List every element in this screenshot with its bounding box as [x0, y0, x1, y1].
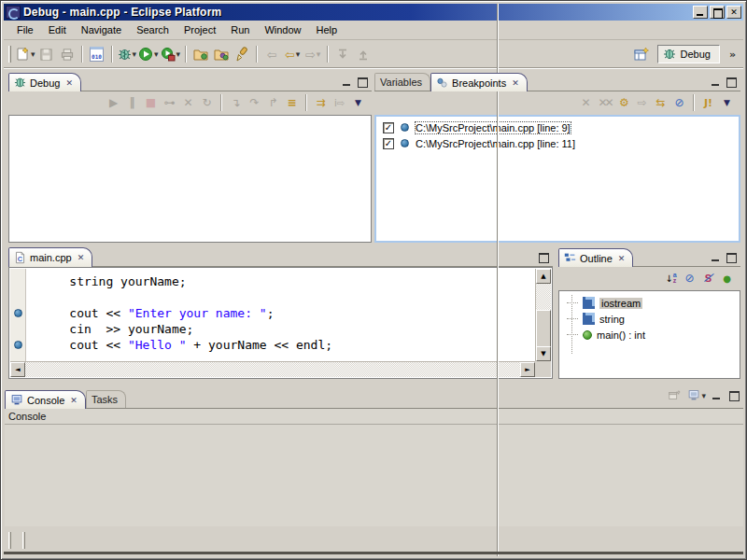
- breakpoint-row[interactable]: ✓C:\MySrcProject\main.cpp [line: 9]: [376, 119, 739, 135]
- code-line[interactable]: cin >> yourName;: [40, 321, 535, 337]
- use-step-filters-button[interactable]: ⇉: [312, 94, 330, 112]
- remove-all-breakpoints-button[interactable]: ✕✕: [596, 94, 613, 112]
- console-maximize-button[interactable]: [727, 390, 740, 400]
- outline-item[interactable]: string: [559, 311, 740, 327]
- breakpoints-view-menu-icon[interactable]: ▼: [718, 94, 736, 112]
- new-wizard-dropdown[interactable]: ▾: [31, 49, 35, 59]
- hide-non-public-button[interactable]: ●: [718, 270, 736, 287]
- step-return-button[interactable]: ↱: [264, 94, 282, 112]
- menu-search[interactable]: Search: [129, 21, 176, 38]
- breakpoints-view-close-icon[interactable]: ✕: [512, 78, 519, 88]
- perspective-debug-button[interactable]: Debug: [657, 45, 719, 63]
- save-button[interactable]: [36, 44, 57, 64]
- outline-minimize-button[interactable]: [710, 252, 722, 262]
- console-close-icon[interactable]: ✕: [70, 396, 78, 405]
- editor-breakpoint-icon[interactable]: [14, 309, 22, 317]
- scroll-down-button[interactable]: ▼: [536, 346, 551, 361]
- new-wizard-button[interactable]: ▾: [14, 44, 36, 64]
- scroll-up-button[interactable]: ▲: [536, 269, 551, 284]
- scroll-right-button[interactable]: ►: [520, 362, 535, 377]
- toolbar-grip[interactable]: [8, 46, 11, 63]
- sort-button[interactable]: ↓az: [662, 270, 680, 287]
- tab-breakpoints[interactable]: Breakpoints ✕: [430, 73, 528, 91]
- outline-item-label[interactable]: iostream: [599, 298, 642, 309]
- menu-run[interactable]: Run: [223, 21, 257, 38]
- menu-navigate[interactable]: Navigate: [74, 21, 129, 38]
- tab-console[interactable]: Console ✕: [5, 390, 86, 409]
- statusbar-grip[interactable]: [22, 532, 25, 549]
- breakpoints-view-maximize-button[interactable]: [725, 77, 737, 87]
- ruler-line[interactable]: [10, 289, 25, 305]
- code-area[interactable]: string yourName; cout << "Enter your nam…: [27, 269, 535, 361]
- scroll-left-button[interactable]: ◄: [10, 362, 25, 377]
- vertical-scroll-thumb[interactable]: [536, 310, 551, 347]
- menu-window[interactable]: Window: [257, 21, 308, 38]
- add-java-exception-button[interactable]: J!: [699, 94, 717, 112]
- code-line[interactable]: cout << "Hello " + yourName << endl;: [40, 337, 535, 353]
- breakpoint-checkbox[interactable]: ✓: [383, 122, 394, 133]
- outline-item-label[interactable]: main() : int: [597, 329, 645, 341]
- editor-close-icon[interactable]: ✕: [78, 253, 85, 262]
- print-button[interactable]: [57, 44, 78, 64]
- run-launch-dropdown[interactable]: ▾: [154, 49, 159, 59]
- remove-breakpoint-button[interactable]: ✕: [577, 94, 595, 112]
- window-close-button[interactable]: ✕: [726, 6, 741, 19]
- resume-button[interactable]: ▶: [105, 94, 122, 112]
- code-line[interactable]: [40, 289, 535, 305]
- menu-file[interactable]: File: [9, 21, 41, 38]
- outline-item-label[interactable]: string: [599, 314, 625, 325]
- display-console-dropdown[interactable]: ▾: [701, 391, 706, 400]
- debug-view-content[interactable]: [8, 115, 372, 243]
- step-into-button[interactable]: ↴: [227, 94, 245, 112]
- next-annotation-button[interactable]: [332, 44, 353, 64]
- menu-project[interactable]: Project: [176, 21, 223, 38]
- debug-launch-button[interactable]: ▾: [117, 44, 138, 64]
- breakpoint-row[interactable]: ✓C:\MySrcProject\main.cpp [line: 11]: [376, 135, 739, 151]
- disconnect-button[interactable]: ⊶: [161, 94, 178, 112]
- back-button[interactable]: ⇦▾: [282, 44, 303, 64]
- debug-view-minimize-button[interactable]: [341, 77, 353, 87]
- outline-item[interactable]: iostream: [559, 295, 740, 311]
- run-launch-button[interactable]: ▾: [137, 44, 160, 64]
- menu-help[interactable]: Help: [309, 21, 345, 38]
- search-button[interactable]: [232, 44, 252, 64]
- editor-ruler[interactable]: [10, 269, 26, 361]
- breakpoint-label[interactable]: C:\MySrcProject\main.cpp [line: 11]: [416, 138, 575, 149]
- forward-button[interactable]: ⇨▾: [303, 44, 323, 64]
- fastview-grip[interactable]: [8, 532, 11, 549]
- previous-annotation-button[interactable]: [353, 44, 374, 64]
- terminate-button[interactable]: ■: [142, 94, 160, 112]
- perspective-overflow-chevron[interactable]: »: [729, 49, 736, 61]
- tab-main-cpp[interactable]: C main.cpp ✕: [8, 247, 92, 267]
- debug-view-close-icon[interactable]: ✕: [65, 78, 73, 88]
- back-disabled-button[interactable]: ⇦: [261, 44, 282, 64]
- tab-outline[interactable]: Outline ✕: [558, 248, 633, 267]
- breakpoint-checkbox[interactable]: ✓: [383, 138, 394, 149]
- debug-launch-dropdown[interactable]: ▾: [133, 49, 137, 59]
- editor-vertical-scrollbar[interactable]: ▲ ▼: [535, 269, 551, 361]
- outline-maximize-button[interactable]: [725, 252, 737, 262]
- open-perspective-button[interactable]: [631, 44, 652, 64]
- forward-dropdown[interactable]: ▾: [317, 49, 321, 59]
- code-line[interactable]: string yourName;: [40, 273, 535, 289]
- pin-console-button[interactable]: [665, 386, 683, 404]
- debug-view-maximize-button[interactable]: [356, 77, 368, 87]
- instruction-stepping-button[interactable]: i⇨: [331, 94, 348, 112]
- reset-jvm-button[interactable]: ⚙: [614, 94, 632, 112]
- editor-maximize-button[interactable]: [537, 252, 549, 262]
- window-minimize-button[interactable]: [693, 6, 708, 19]
- titlebar[interactable]: Debug - main.cpp - Eclipse Platform ✕: [4, 4, 743, 21]
- console-minimize-button[interactable]: [711, 390, 723, 400]
- ruler-line[interactable]: [10, 273, 25, 289]
- outline-close-icon[interactable]: ✕: [618, 254, 626, 263]
- goto-file-button[interactable]: ⇨: [633, 94, 651, 112]
- editor-horizontal-scrollbar[interactable]: ◄ ►: [10, 361, 535, 377]
- window-maximize-button[interactable]: [710, 6, 725, 19]
- ruler-line[interactable]: [10, 321, 25, 337]
- breakpoints-list[interactable]: ✓C:\MySrcProject\main.cpp [line: 9]✓C:\M…: [374, 115, 740, 243]
- tab-variables[interactable]: Variables: [374, 73, 430, 91]
- breakpoint-label[interactable]: C:\MySrcProject\main.cpp [line: 9]: [416, 122, 571, 133]
- breakpoints-view-minimize-button[interactable]: [710, 77, 722, 87]
- console-output-area[interactable]: [5, 425, 743, 526]
- tab-tasks[interactable]: Tasks: [86, 390, 126, 408]
